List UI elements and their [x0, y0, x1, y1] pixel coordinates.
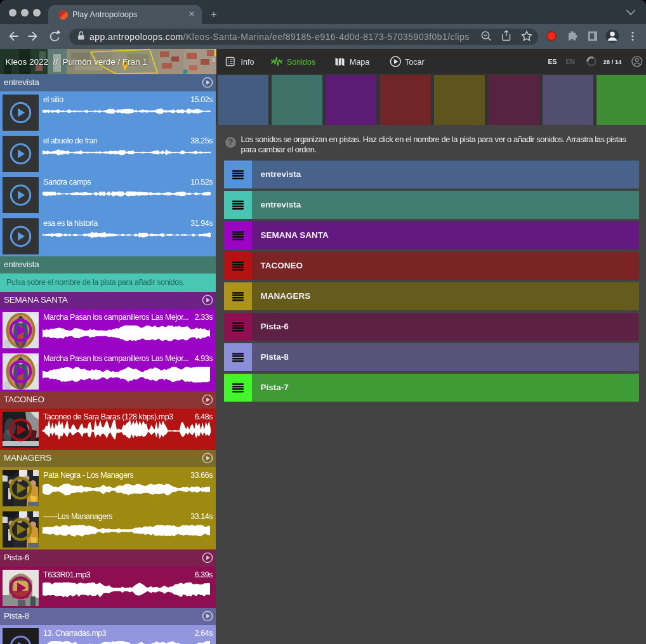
svg-text:28 / 14: 28 / 14 — [603, 58, 623, 65]
svg-text:ES: ES — [548, 58, 557, 65]
svg-text:Info: Info — [241, 58, 254, 67]
svg-text:EN: EN — [566, 58, 576, 65]
svg-text:Mapa: Mapa — [350, 58, 369, 67]
svg-text:Sonidos: Sonidos — [287, 58, 315, 67]
svg-text:Tocar: Tocar — [405, 58, 425, 67]
svg-text:3: 3 — [212, 56, 215, 63]
